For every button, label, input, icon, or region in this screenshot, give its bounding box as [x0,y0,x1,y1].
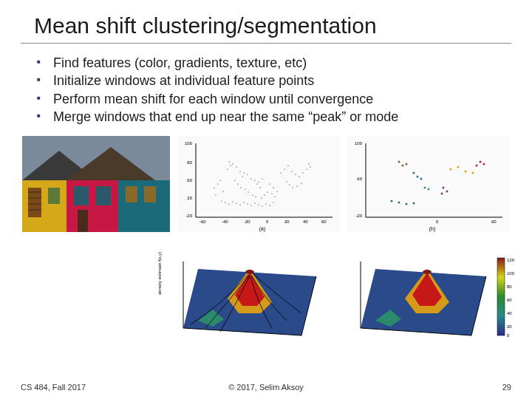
svg-point-87 [255,197,256,197]
svg-rect-142 [497,258,505,335]
scatter-bw-svg: 100 80 60 20 -20 -60 -40 -20 0 20 40 60 [177,136,340,232]
svg-text:100: 100 [507,271,515,276]
svg-text:80: 80 [507,284,512,289]
svg-point-46 [221,201,222,202]
svg-point-83 [240,188,241,188]
figure-scatter-color: 100 60 -20 0 60 (b) [347,136,510,232]
svg-point-47 [225,202,225,203]
svg-point-105 [406,163,408,166]
svg-text:density estimate f(x,y): density estimate f(x,y) [157,252,162,295]
svg-point-34 [232,164,233,165]
svg-point-122 [441,193,443,195]
svg-point-48 [228,204,229,205]
svg-point-79 [271,194,272,194]
svg-rect-14 [126,186,137,202]
svg-point-113 [450,168,452,171]
scatter-label-b: (b) [429,226,436,232]
svg-point-111 [406,203,408,205]
svg-point-32 [230,166,231,166]
svg-point-117 [476,165,478,167]
svg-point-52 [243,202,244,203]
svg-point-90 [267,192,267,193]
svg-text:80: 80 [187,160,192,165]
bullet-item: Merge windows that end up near the same … [37,108,511,126]
svg-point-61 [280,173,281,174]
svg-point-121 [446,191,449,193]
svg-text:-20: -20 [185,214,192,218]
figure-surface-trajectories: density estimate f(x,y) [154,239,331,350]
svg-point-123 [424,187,426,189]
svg-text:-20: -20 [244,219,250,224]
svg-point-35 [236,167,236,168]
figure-surface-colorbar: 120 100 80 60 40 20 0 [338,239,516,350]
svg-text:120: 120 [507,258,515,262]
svg-point-57 [262,206,262,207]
svg-point-75 [215,195,216,196]
svg-point-60 [273,202,273,203]
svg-point-114 [457,166,460,168]
svg-point-82 [237,184,238,185]
svg-text:0: 0 [436,219,439,224]
svg-point-137 [423,270,432,274]
svg-point-44 [256,184,257,185]
svg-text:60: 60 [187,178,192,183]
svg-point-119 [483,163,485,166]
svg-point-45 [259,188,260,188]
svg-point-110 [398,202,400,204]
bullet-item: Initialize windows at individual feature… [37,72,511,89]
svg-point-104 [402,165,404,167]
svg-point-95 [301,183,301,184]
svg-point-53 [247,204,248,205]
page-title: Mean shift clustering/segmentation [34,13,511,38]
svg-point-103 [398,161,400,163]
figure-scatter-bw: 100 80 60 20 -20 -60 -40 -20 0 20 40 60 [177,136,340,232]
svg-point-92 [289,185,290,185]
svg-rect-15 [144,186,156,202]
surface2-svg: 120 100 80 60 40 20 0 [338,239,516,350]
svg-point-49 [232,202,233,202]
svg-rect-13 [96,186,111,205]
svg-point-94 [296,186,297,187]
svg-point-77 [273,188,273,188]
svg-rect-12 [74,186,89,205]
svg-point-55 [254,203,255,204]
footer: CS 484, Fall 2017 © 2017, Selim Aksoy 29 [21,383,511,392]
svg-point-120 [443,187,445,189]
svg-point-62 [284,169,284,170]
svg-point-124 [428,188,430,191]
svg-point-66 [299,177,299,177]
svg-point-41 [254,180,255,181]
svg-text:0: 0 [266,219,269,224]
svg-text:60: 60 [507,298,512,302]
svg-text:60: 60 [491,219,497,224]
svg-text:40: 40 [303,219,308,224]
svg-point-88 [261,198,262,199]
svg-point-69 [310,167,310,168]
svg-point-43 [262,179,262,180]
svg-point-54 [250,205,251,206]
svg-point-59 [269,205,270,206]
svg-rect-16 [78,210,88,232]
houses-illustration [22,136,170,232]
svg-point-89 [264,195,265,196]
svg-point-93 [292,188,293,188]
svg-point-38 [242,177,242,177]
svg-point-51 [239,205,240,205]
svg-point-107 [417,176,419,178]
svg-point-33 [227,169,228,170]
svg-point-72 [217,184,218,185]
svg-point-118 [480,161,482,163]
svg-text:20: 20 [284,219,290,224]
svg-point-116 [472,172,474,174]
svg-point-39 [247,174,248,175]
svg-point-108 [420,178,423,180]
svg-point-74 [222,191,223,192]
svg-point-36 [239,171,240,172]
svg-text:20: 20 [507,324,512,329]
svg-text:20: 20 [187,196,192,200]
svg-point-112 [413,202,415,205]
footer-center: © 2017, Selim Aksoy [228,383,304,392]
bullet-list: Find features (color, gradients, texture… [37,54,511,126]
svg-text:-40: -40 [222,219,228,224]
svg-point-68 [306,169,307,170]
